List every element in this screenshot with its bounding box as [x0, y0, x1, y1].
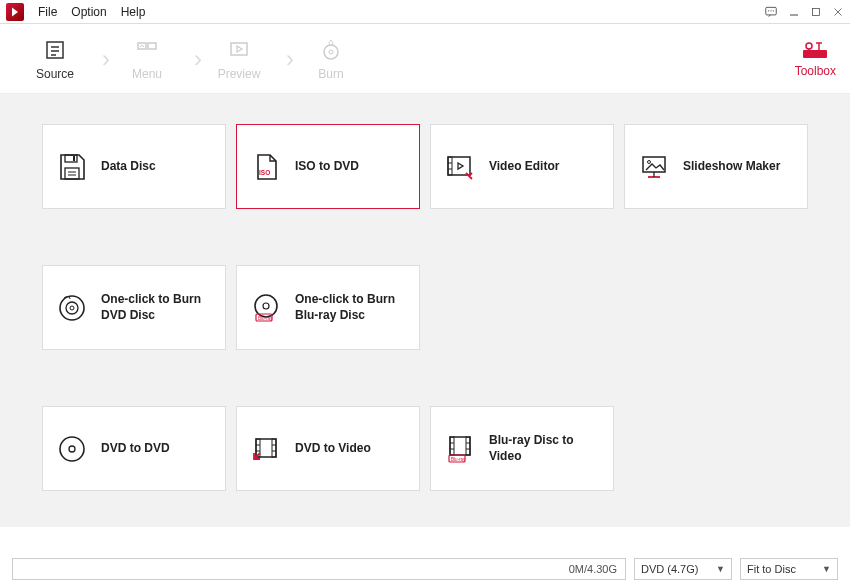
svg-rect-52 [450, 437, 470, 455]
bluray-burn-icon: Blu-ray [249, 291, 283, 325]
window-controls [764, 5, 844, 19]
card-label: DVD to DVD [101, 441, 170, 457]
fit-value: Fit to Disc [747, 563, 796, 575]
source-step-icon [42, 37, 68, 63]
svg-rect-24 [65, 168, 79, 179]
iso-file-icon: ISO [249, 150, 283, 184]
disc-type-value: DVD (4.7G) [641, 563, 698, 575]
chevron-down-icon: ▼ [716, 564, 725, 574]
svg-point-1 [768, 10, 769, 11]
svg-point-43 [60, 437, 84, 461]
chevron-down-icon: ▼ [822, 564, 831, 574]
step-preview: Preview [204, 29, 274, 89]
card-label: Slideshow Maker [683, 159, 780, 175]
card-data-disc[interactable]: Data Disc [42, 124, 226, 209]
progress-text: 0M/4.30G [569, 563, 617, 575]
stepbar: Source › Menu › Preview › Burn Toolbox [0, 24, 850, 94]
svg-rect-13 [148, 43, 156, 49]
fit-dropdown[interactable]: Fit to Disc ▼ [740, 558, 838, 580]
toolbox-button[interactable]: Toolbox [795, 40, 836, 78]
card-label: One-click to Burn Blu-ray Disc [295, 292, 407, 323]
svg-point-38 [70, 306, 74, 310]
card-slideshow-maker[interactable]: Slideshow Maker [624, 124, 808, 209]
disc-burn-icon [55, 291, 89, 325]
svg-point-36 [60, 296, 84, 320]
svg-point-40 [263, 303, 269, 309]
step-menu: Menu [112, 29, 182, 89]
svg-rect-17 [803, 50, 827, 58]
svg-text:Blu-ray: Blu-ray [258, 315, 273, 320]
svg-rect-12 [138, 43, 146, 49]
slideshow-icon [637, 150, 671, 184]
svg-point-16 [329, 50, 333, 54]
workspace: Data Disc ISO ISO to DVD Video Editor Sl… [0, 94, 850, 527]
svg-rect-28 [448, 157, 470, 175]
menu-file[interactable]: File [38, 5, 57, 19]
svg-point-2 [770, 10, 771, 11]
card-label: Video Editor [489, 159, 559, 175]
burn-step-icon [318, 37, 344, 63]
floppy-disk-icon [55, 150, 89, 184]
card-video-editor[interactable]: Video Editor [430, 124, 614, 209]
card-label: Blu-ray Disc to Video [489, 433, 601, 464]
card-label: ISO to DVD [295, 159, 359, 175]
progress-bar: 0M/4.30G [12, 558, 626, 580]
maximize-icon[interactable] [810, 6, 822, 18]
svg-point-44 [69, 446, 75, 452]
svg-rect-5 [813, 8, 820, 15]
card-label: One-click to Burn DVD Disc [101, 292, 213, 323]
toolbox-label: Toolbox [795, 64, 836, 78]
svg-rect-22 [65, 155, 77, 162]
svg-point-3 [773, 10, 774, 11]
step-burn: Burn [296, 29, 366, 89]
svg-rect-23 [73, 156, 75, 161]
step-burn-label: Burn [318, 67, 343, 81]
film-export-icon [249, 432, 283, 466]
card-iso-to-dvd[interactable]: ISO ISO to DVD [236, 124, 420, 209]
step-separator-icon: › [286, 45, 294, 73]
step-separator-icon: › [194, 45, 202, 73]
svg-text:ISO: ISO [259, 169, 270, 176]
card-label: Data Disc [101, 159, 156, 175]
card-dvd-to-video[interactable]: DVD to Video [236, 406, 420, 491]
step-menu-label: Menu [132, 67, 162, 81]
svg-point-33 [648, 160, 651, 163]
feedback-icon[interactable] [764, 5, 778, 19]
menu-help[interactable]: Help [121, 5, 146, 19]
card-bluray-to-video[interactable]: Blu-ray Blu-ray Disc to Video [430, 406, 614, 491]
card-label: DVD to Video [295, 441, 371, 457]
step-source[interactable]: Source [20, 29, 90, 89]
disc-type-dropdown[interactable]: DVD (4.7G) ▼ [634, 558, 732, 580]
toolbox-icon [801, 40, 829, 60]
step-separator-icon: › [102, 45, 110, 73]
disc-icon [55, 432, 89, 466]
menu-option[interactable]: Option [71, 5, 106, 19]
bluray-export-icon: Blu-ray [443, 432, 477, 466]
step-preview-label: Preview [218, 67, 261, 81]
svg-point-37 [66, 302, 78, 314]
titlebar: File Option Help [0, 0, 850, 24]
preview-step-icon [226, 37, 252, 63]
menu-step-icon [134, 37, 160, 63]
svg-point-18 [806, 43, 812, 49]
svg-rect-14 [231, 43, 247, 55]
statusbar: 0M/4.30G DVD (4.7G) ▼ Fit to Disc ▼ [12, 553, 838, 585]
film-edit-icon [443, 150, 477, 184]
svg-text:Blu-ray: Blu-ray [451, 456, 466, 461]
card-oneclick-dvd[interactable]: One-click to Burn DVD Disc [42, 265, 226, 350]
card-dvd-to-dvd[interactable]: DVD to DVD [42, 406, 226, 491]
svg-point-15 [324, 45, 338, 59]
close-icon[interactable] [832, 6, 844, 18]
minimize-icon[interactable] [788, 6, 800, 18]
card-oneclick-bluray[interactable]: Blu-ray One-click to Burn Blu-ray Disc [236, 265, 420, 350]
step-source-label: Source [36, 67, 74, 81]
app-logo-icon [6, 3, 24, 21]
